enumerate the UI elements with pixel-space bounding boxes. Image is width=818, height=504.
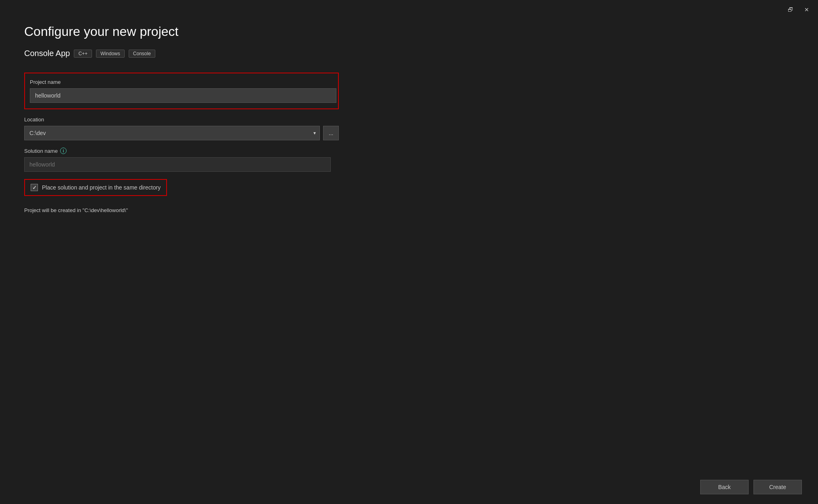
same-directory-checkbox[interactable] — [31, 184, 38, 191]
info-icon: i — [60, 148, 67, 154]
main-content: Configure your new project Console App C… — [0, 0, 363, 213]
tag-console: Console — [129, 50, 155, 58]
window: 🗗 ✕ Configure your new project Console A… — [0, 0, 818, 504]
location-row: C:\dev ▾ ... — [24, 126, 339, 140]
page-title: Configure your new project — [24, 24, 339, 39]
project-path-text: Project will be created in "C:\dev\hello… — [24, 207, 339, 213]
solution-name-label: Solution name i — [24, 148, 339, 154]
bottom-bar: Back Create — [0, 470, 818, 504]
restore-button[interactable]: 🗗 — [786, 5, 795, 15]
solution-name-input[interactable] — [24, 157, 331, 172]
location-select-wrapper: C:\dev ▾ — [24, 126, 320, 140]
app-type-label: Console App — [24, 49, 70, 58]
location-select[interactable]: C:\dev — [24, 126, 320, 140]
subtitle-row: Console App C++ Windows Console — [24, 49, 339, 58]
same-directory-checkbox-row[interactable]: Place solution and project in the same d… — [24, 179, 167, 196]
browse-button[interactable]: ... — [323, 126, 339, 140]
same-directory-label: Place solution and project in the same d… — [42, 184, 161, 191]
tag-cpp: C++ — [74, 50, 92, 58]
solution-name-group: Solution name i — [24, 148, 339, 172]
close-button[interactable]: ✕ — [802, 5, 812, 15]
back-button[interactable]: Back — [700, 480, 749, 494]
location-label: Location — [24, 117, 339, 123]
project-name-label: Project name — [30, 79, 333, 85]
tag-windows: Windows — [96, 50, 125, 58]
project-name-group: Project name — [24, 73, 339, 109]
location-group: Location C:\dev ▾ ... — [24, 117, 339, 140]
title-bar: 🗗 ✕ — [779, 0, 818, 19]
create-button[interactable]: Create — [753, 480, 802, 494]
project-name-input[interactable] — [30, 88, 336, 103]
